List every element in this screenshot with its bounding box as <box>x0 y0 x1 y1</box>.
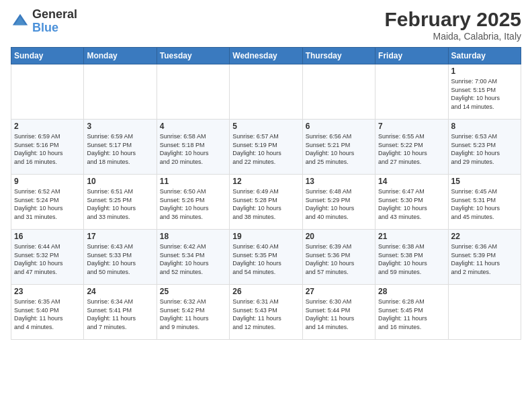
day-number: 22 <box>451 232 518 241</box>
day-info: Sunrise: 6:35 AM Sunset: 5:40 PM Dayligh… <box>14 298 81 331</box>
day-number: 14 <box>378 177 445 186</box>
calendar-cell-w2-d4: 13Sunrise: 6:48 AM Sunset: 5:29 PM Dayli… <box>302 175 375 230</box>
day-info: Sunrise: 6:52 AM Sunset: 5:24 PM Dayligh… <box>14 187 81 221</box>
day-info: Sunrise: 6:39 AM Sunset: 5:36 PM Dayligh… <box>306 242 372 276</box>
col-wednesday: Wednesday <box>230 48 302 64</box>
day-number: 20 <box>306 232 372 241</box>
day-number: 28 <box>378 287 445 296</box>
day-number: 11 <box>160 177 226 186</box>
day-number: 3 <box>87 122 153 131</box>
calendar-cell-w1-d6: 8Sunrise: 6:53 AM Sunset: 5:23 PM Daylig… <box>448 120 521 175</box>
col-monday: Monday <box>84 48 157 64</box>
logo-general: General <box>32 8 77 21</box>
calendar-cell-w0-d2 <box>157 64 229 120</box>
calendar-cell-w0-d1 <box>84 64 157 120</box>
calendar-cell-w0-d5 <box>375 64 448 120</box>
week-row-0: 1Sunrise: 7:00 AM Sunset: 5:15 PM Daylig… <box>11 64 521 120</box>
col-friday: Friday <box>375 48 448 64</box>
day-info: Sunrise: 6:31 AM Sunset: 5:43 PM Dayligh… <box>232 298 299 331</box>
day-info: Sunrise: 6:32 AM Sunset: 5:42 PM Dayligh… <box>160 298 226 331</box>
day-info: Sunrise: 6:44 AM Sunset: 5:32 PM Dayligh… <box>14 242 81 276</box>
day-info: Sunrise: 6:56 AM Sunset: 5:21 PM Dayligh… <box>306 132 372 166</box>
calendar-cell-w2-d1: 10Sunrise: 6:51 AM Sunset: 5:25 PM Dayli… <box>84 175 157 230</box>
calendar-cell-w4-d0: 23Sunrise: 6:35 AM Sunset: 5:40 PM Dayli… <box>11 285 84 340</box>
day-info: Sunrise: 6:34 AM Sunset: 5:41 PM Dayligh… <box>87 298 153 331</box>
day-number: 16 <box>14 232 81 241</box>
day-number: 19 <box>232 232 299 241</box>
day-number: 26 <box>232 287 299 296</box>
day-info: Sunrise: 6:28 AM Sunset: 5:45 PM Dayligh… <box>378 298 445 331</box>
calendar-cell-w0-d4 <box>302 64 375 120</box>
day-info: Sunrise: 6:48 AM Sunset: 5:29 PM Dayligh… <box>306 187 372 221</box>
day-number: 9 <box>14 177 81 186</box>
day-info: Sunrise: 6:51 AM Sunset: 5:25 PM Dayligh… <box>87 187 153 221</box>
day-number: 5 <box>232 122 299 131</box>
day-number: 15 <box>451 177 518 186</box>
day-info: Sunrise: 6:30 AM Sunset: 5:44 PM Dayligh… <box>306 298 372 331</box>
day-number: 10 <box>87 177 153 186</box>
calendar-cell-w2-d3: 12Sunrise: 6:49 AM Sunset: 5:28 PM Dayli… <box>230 175 302 230</box>
header: General Blue February 2025 Maida, Calabr… <box>11 8 521 42</box>
calendar-cell-w2-d6: 15Sunrise: 6:45 AM Sunset: 5:31 PM Dayli… <box>448 175 521 230</box>
calendar-cell-w4-d6 <box>448 285 521 340</box>
day-number: 23 <box>14 287 81 296</box>
col-thursday: Thursday <box>302 48 375 64</box>
calendar-cell-w3-d3: 19Sunrise: 6:40 AM Sunset: 5:35 PM Dayli… <box>230 230 302 285</box>
calendar-cell-w2-d5: 14Sunrise: 6:47 AM Sunset: 5:30 PM Dayli… <box>375 175 448 230</box>
calendar-cell-w1-d0: 2Sunrise: 6:59 AM Sunset: 5:16 PM Daylig… <box>11 120 84 175</box>
location: Maida, Calabria, Italy <box>385 31 521 42</box>
calendar-cell-w2-d2: 11Sunrise: 6:50 AM Sunset: 5:26 PM Dayli… <box>157 175 229 230</box>
calendar-cell-w3-d6: 22Sunrise: 6:36 AM Sunset: 5:39 PM Dayli… <box>448 230 521 285</box>
week-row-1: 2Sunrise: 6:59 AM Sunset: 5:16 PM Daylig… <box>11 120 521 175</box>
day-number: 7 <box>378 122 445 131</box>
day-info: Sunrise: 6:49 AM Sunset: 5:28 PM Dayligh… <box>232 187 299 221</box>
calendar-cell-w1-d4: 6Sunrise: 6:56 AM Sunset: 5:21 PM Daylig… <box>302 120 375 175</box>
calendar-cell-w4-d3: 26Sunrise: 6:31 AM Sunset: 5:43 PM Dayli… <box>230 285 302 340</box>
day-info: Sunrise: 6:45 AM Sunset: 5:31 PM Dayligh… <box>451 187 518 221</box>
day-number: 6 <box>306 122 372 131</box>
day-number: 2 <box>14 122 81 131</box>
col-sunday: Sunday <box>11 48 84 64</box>
day-number: 17 <box>87 232 153 241</box>
calendar-cell-w0-d3 <box>230 64 302 120</box>
calendar-cell-w1-d2: 4Sunrise: 6:58 AM Sunset: 5:18 PM Daylig… <box>157 120 229 175</box>
calendar-cell-w3-d1: 17Sunrise: 6:43 AM Sunset: 5:33 PM Dayli… <box>84 230 157 285</box>
week-row-3: 16Sunrise: 6:44 AM Sunset: 5:32 PM Dayli… <box>11 230 521 285</box>
calendar-cell-w3-d4: 20Sunrise: 6:39 AM Sunset: 5:36 PM Dayli… <box>302 230 375 285</box>
day-info: Sunrise: 6:53 AM Sunset: 5:23 PM Dayligh… <box>451 132 518 166</box>
day-number: 1 <box>451 66 518 76</box>
month-title: February 2025 <box>385 8 521 31</box>
calendar-cell-w2-d0: 9Sunrise: 6:52 AM Sunset: 5:24 PM Daylig… <box>11 175 84 230</box>
calendar-cell-w4-d4: 27Sunrise: 6:30 AM Sunset: 5:44 PM Dayli… <box>302 285 375 340</box>
day-info: Sunrise: 6:57 AM Sunset: 5:19 PM Dayligh… <box>232 132 299 166</box>
day-info: Sunrise: 6:59 AM Sunset: 5:17 PM Dayligh… <box>87 132 153 166</box>
day-info: Sunrise: 6:50 AM Sunset: 5:26 PM Dayligh… <box>160 187 226 221</box>
calendar-cell-w3-d5: 21Sunrise: 6:38 AM Sunset: 5:38 PM Dayli… <box>375 230 448 285</box>
calendar-cell-w1-d3: 5Sunrise: 6:57 AM Sunset: 5:19 PM Daylig… <box>230 120 302 175</box>
calendar-cell-w0-d6: 1Sunrise: 7:00 AM Sunset: 5:15 PM Daylig… <box>448 64 521 120</box>
day-info: Sunrise: 6:59 AM Sunset: 5:16 PM Dayligh… <box>14 132 81 166</box>
day-info: Sunrise: 6:58 AM Sunset: 5:18 PM Dayligh… <box>160 132 226 166</box>
calendar-cell-w0-d0 <box>11 64 84 120</box>
week-row-2: 9Sunrise: 6:52 AM Sunset: 5:24 PM Daylig… <box>11 175 521 230</box>
day-number: 13 <box>306 177 372 186</box>
day-info: Sunrise: 6:42 AM Sunset: 5:34 PM Dayligh… <box>160 242 226 276</box>
day-info: Sunrise: 6:47 AM Sunset: 5:30 PM Dayligh… <box>378 187 445 221</box>
logo-icon <box>11 12 30 31</box>
title-block: February 2025 Maida, Calabria, Italy <box>385 8 521 42</box>
logo: General Blue <box>11 8 77 35</box>
calendar-table: Sunday Monday Tuesday Wednesday Thursday… <box>11 47 521 340</box>
calendar-cell-w1-d5: 7Sunrise: 6:55 AM Sunset: 5:22 PM Daylig… <box>375 120 448 175</box>
calendar-cell-w3-d0: 16Sunrise: 6:44 AM Sunset: 5:32 PM Dayli… <box>11 230 84 285</box>
day-info: Sunrise: 6:36 AM Sunset: 5:39 PM Dayligh… <box>451 242 518 276</box>
col-saturday: Saturday <box>448 48 521 64</box>
day-info: Sunrise: 6:43 AM Sunset: 5:33 PM Dayligh… <box>87 242 153 276</box>
day-info: Sunrise: 6:38 AM Sunset: 5:38 PM Dayligh… <box>378 242 445 276</box>
calendar-cell-w4-d2: 25Sunrise: 6:32 AM Sunset: 5:42 PM Dayli… <box>157 285 229 340</box>
day-number: 25 <box>160 287 226 296</box>
calendar-cell-w3-d2: 18Sunrise: 6:42 AM Sunset: 5:34 PM Dayli… <box>157 230 229 285</box>
day-number: 12 <box>232 177 299 186</box>
calendar-header-row: Sunday Monday Tuesday Wednesday Thursday… <box>11 48 521 64</box>
day-info: Sunrise: 6:40 AM Sunset: 5:35 PM Dayligh… <box>232 242 299 276</box>
calendar-cell-w1-d1: 3Sunrise: 6:59 AM Sunset: 5:17 PM Daylig… <box>84 120 157 175</box>
